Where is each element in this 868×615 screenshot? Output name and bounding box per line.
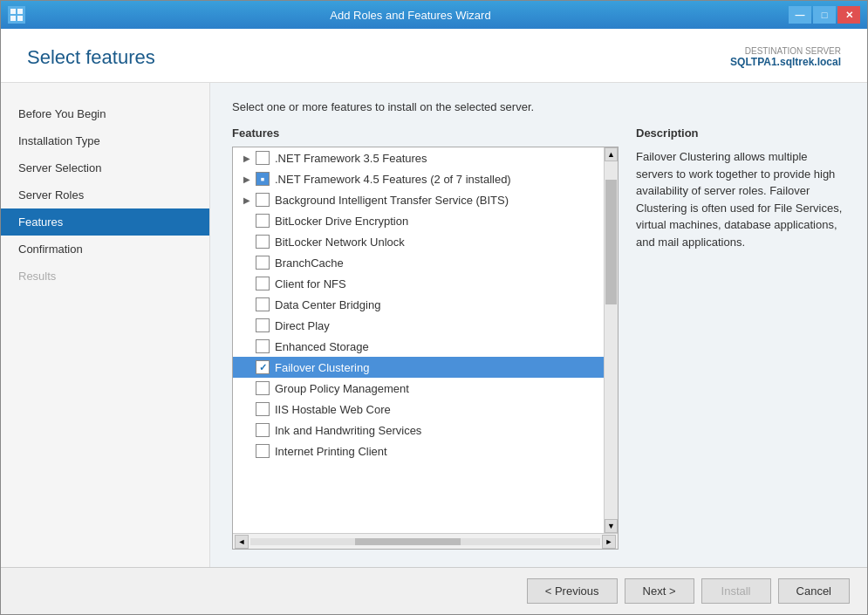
sidebar: Before You Begin Installation Type Serve… bbox=[1, 83, 210, 567]
checkbox-net35[interactable] bbox=[256, 151, 270, 165]
expand-arrow-failover-clustering bbox=[240, 363, 254, 372]
feature-item-bits[interactable]: Background Intelligent Transfer Service … bbox=[233, 189, 604, 210]
feature-item-branchcache[interactable]: BranchCache bbox=[233, 252, 604, 273]
feature-label-iis-hostable: IIS Hostable Web Core bbox=[275, 403, 391, 416]
feature-item-direct-play[interactable]: Direct Play bbox=[233, 315, 604, 336]
feature-label-bitlocker: BitLocker Drive Encryption bbox=[275, 215, 408, 228]
checkbox-ink-handwriting[interactable] bbox=[256, 423, 270, 437]
checkbox-iis-hostable[interactable] bbox=[256, 402, 270, 416]
scroll-up-button[interactable]: ▲ bbox=[605, 147, 618, 161]
expand-arrow-bitlocker-network bbox=[240, 237, 254, 247]
feature-label-net35: .NET Framework 3.5 Features bbox=[275, 152, 427, 165]
feature-label-branchcache: BranchCache bbox=[275, 256, 344, 270]
sidebar-item-features[interactable]: Features bbox=[1, 208, 209, 236]
checkbox-failover-clustering[interactable] bbox=[256, 360, 270, 374]
expand-arrow-net35[interactable] bbox=[240, 154, 254, 163]
scroll-left-button[interactable]: ◄ bbox=[235, 535, 249, 549]
expand-arrow-bits[interactable] bbox=[240, 195, 254, 205]
cancel-button[interactable]: Cancel bbox=[778, 578, 850, 604]
scroll-thumb bbox=[605, 180, 617, 305]
checkbox-client-nfs[interactable] bbox=[256, 277, 270, 290]
checkbox-group-policy[interactable] bbox=[256, 381, 270, 395]
svg-rect-1 bbox=[17, 9, 23, 14]
feature-label-datacenter-bridging: Data Center Bridging bbox=[275, 298, 380, 311]
expand-arrow-direct-play bbox=[240, 321, 254, 331]
description-content: Failover Clustering allows multiple serv… bbox=[636, 148, 845, 250]
feature-item-datacenter-bridging[interactable]: Data Center Bridging bbox=[233, 294, 604, 315]
feature-label-client-nfs: Client for NFS bbox=[275, 277, 346, 290]
minimize-button[interactable]: — bbox=[789, 6, 811, 24]
feature-item-bitlocker[interactable]: BitLocker Drive Encryption bbox=[233, 210, 604, 231]
app-icon bbox=[8, 6, 25, 24]
window-title: Add Roles and Features Wizard bbox=[32, 9, 789, 22]
svg-rect-0 bbox=[10, 9, 16, 14]
feature-item-bitlocker-network[interactable]: BitLocker Network Unlock bbox=[233, 231, 604, 252]
scroll-down-button[interactable]: ▼ bbox=[605, 519, 618, 533]
h-scroll-track bbox=[250, 538, 600, 545]
install-button[interactable]: Install bbox=[701, 578, 771, 604]
horizontal-scrollbar[interactable]: ◄ ► bbox=[233, 533, 618, 549]
description-panel: Description Failover Clustering allows m… bbox=[636, 126, 845, 550]
feature-item-group-policy[interactable]: Group Policy Management bbox=[233, 378, 604, 399]
checkbox-bitlocker-network[interactable] bbox=[256, 235, 270, 249]
sidebar-item-confirmation[interactable]: Confirmation bbox=[1, 236, 209, 263]
checkbox-branchcache[interactable] bbox=[256, 256, 270, 270]
feature-item-failover-clustering[interactable]: Failover Clustering bbox=[233, 357, 604, 378]
expand-arrow-group-policy bbox=[240, 384, 254, 393]
feature-item-enhanced-storage[interactable]: Enhanced Storage bbox=[233, 336, 604, 357]
feature-label-direct-play: Direct Play bbox=[275, 319, 330, 332]
feature-label-net45: .NET Framework 4.5 Features (2 of 7 inst… bbox=[275, 173, 511, 186]
h-scroll-thumb bbox=[355, 538, 460, 545]
feature-item-ink-handwriting[interactable]: Ink and Handwriting Services bbox=[233, 420, 604, 441]
scroll-track bbox=[605, 161, 618, 519]
svg-rect-2 bbox=[10, 16, 16, 21]
expand-arrow-ink-handwriting bbox=[240, 426, 254, 435]
checkbox-direct-play[interactable] bbox=[256, 318, 270, 332]
feature-item-client-nfs[interactable]: Client for NFS bbox=[233, 273, 604, 294]
feature-item-net45[interactable]: .NET Framework 4.5 Features (2 of 7 inst… bbox=[233, 168, 604, 189]
title-bar: Add Roles and Features Wizard — □ ✕ bbox=[1, 1, 867, 29]
vertical-scrollbar[interactable]: ▲ ▼ bbox=[604, 147, 618, 533]
checkbox-enhanced-storage[interactable] bbox=[256, 339, 270, 353]
window-controls: — □ ✕ bbox=[789, 6, 860, 24]
feature-label-internet-printing: Internet Printing Client bbox=[275, 445, 387, 458]
intro-text: Select one or more features to install o… bbox=[232, 100, 845, 113]
features-list-inner: .NET Framework 3.5 Features.NET Framewor… bbox=[233, 147, 618, 533]
feature-item-net35[interactable]: .NET Framework 3.5 Features bbox=[233, 147, 604, 168]
server-name: SQLTPA1.sqltrek.local bbox=[730, 56, 841, 68]
feature-label-group-policy: Group Policy Management bbox=[275, 382, 409, 395]
feature-item-internet-printing[interactable]: Internet Printing Client bbox=[233, 441, 604, 461]
close-button[interactable]: ✕ bbox=[837, 6, 860, 24]
checkbox-net45[interactable] bbox=[256, 172, 270, 186]
next-button[interactable]: Next > bbox=[625, 578, 694, 604]
expand-arrow-bitlocker bbox=[240, 216, 254, 226]
expand-arrow-datacenter-bridging bbox=[240, 300, 254, 310]
checkbox-internet-printing[interactable] bbox=[256, 444, 270, 458]
feature-label-ink-handwriting: Ink and Handwriting Services bbox=[275, 424, 421, 437]
content-area: Select features DESTINATION SERVER SQLTP… bbox=[1, 29, 867, 614]
checkbox-bits[interactable] bbox=[256, 193, 270, 207]
feature-label-bitlocker-network: BitLocker Network Unlock bbox=[275, 236, 405, 249]
sidebar-item-server-roles[interactable]: Server Roles bbox=[1, 181, 209, 208]
footer: < Previous Next > Install Cancel bbox=[1, 567, 867, 614]
checkbox-bitlocker[interactable] bbox=[256, 214, 270, 228]
expand-arrow-net45[interactable] bbox=[240, 174, 254, 184]
sidebar-item-server-selection[interactable]: Server Selection bbox=[1, 154, 209, 181]
description-header: Description bbox=[636, 126, 845, 140]
feature-label-failover-clustering: Failover Clustering bbox=[275, 361, 369, 374]
maximize-button[interactable]: □ bbox=[813, 6, 836, 24]
right-panel: Select one or more features to install o… bbox=[210, 83, 867, 567]
features-panel: Features .NET Framework 3.5 Features.NET… bbox=[232, 126, 619, 550]
feature-item-iis-hostable[interactable]: IIS Hostable Web Core bbox=[233, 399, 604, 420]
checkbox-datacenter-bridging[interactable] bbox=[256, 297, 270, 311]
sidebar-item-before-you-begin[interactable]: Before You Begin bbox=[1, 100, 209, 127]
destination-server-info: DESTINATION SERVER SQLTPA1.sqltrek.local bbox=[730, 46, 841, 68]
main-window: Add Roles and Features Wizard — □ ✕ Sele… bbox=[0, 0, 868, 615]
expand-arrow-iis-hostable bbox=[240, 405, 254, 414]
scroll-right-button[interactable]: ► bbox=[602, 535, 616, 549]
previous-button[interactable]: < Previous bbox=[527, 578, 618, 604]
features-scroll-area[interactable]: .NET Framework 3.5 Features.NET Framewor… bbox=[233, 147, 604, 533]
svg-rect-3 bbox=[17, 16, 23, 21]
sidebar-item-installation-type[interactable]: Installation Type bbox=[1, 127, 209, 154]
expand-arrow-client-nfs bbox=[240, 279, 254, 289]
